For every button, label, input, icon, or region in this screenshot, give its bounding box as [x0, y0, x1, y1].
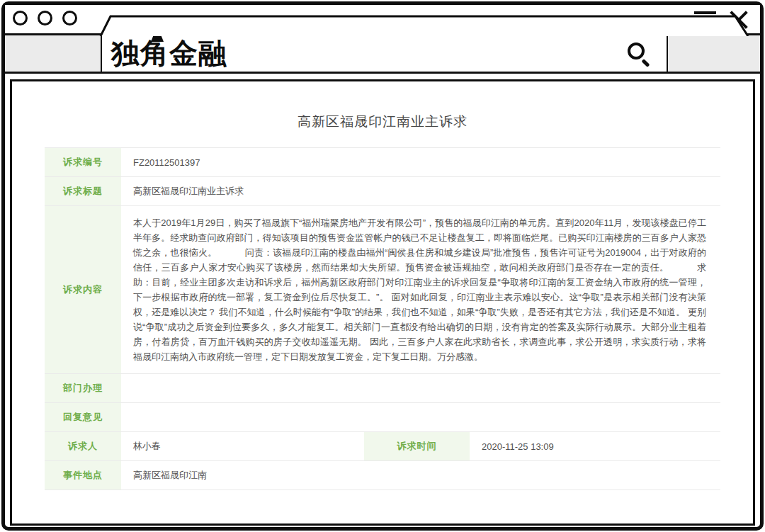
browser-tab[interactable]: 独角金融 — [101, 35, 668, 72]
site-logo[interactable]: 独角金融 — [111, 38, 227, 69]
row-label: 诉求时间 — [362, 432, 472, 460]
tab-outline — [99, 15, 752, 36]
table-row-complainant-time: 诉求人 林小春 诉求时间 2020-11-25 13:09 — [45, 432, 720, 461]
search-icon[interactable] — [627, 42, 651, 66]
table-row-reply-opinion: 回复意见 — [45, 403, 720, 432]
table-row-complaint-number: 诉求编号 FZ20112501397 — [45, 148, 720, 177]
page-title: 高新区福晟印江南业主诉求 — [12, 113, 753, 131]
complaint-table: 诉求编号 FZ20112501397 诉求标题 高新区福晟印江南业主诉求 诉求内… — [45, 147, 720, 490]
row-label: 部门办理 — [45, 374, 123, 402]
row-label: 诉求人 — [45, 432, 123, 460]
window-dot-1[interactable] — [13, 11, 28, 26]
complainant-value: 林小春 — [123, 432, 362, 460]
row-label: 事件地点 — [45, 461, 123, 489]
browser-window: 独角金融 高新区福晟印江南业主诉求 诉求编号 FZ20112501397 诉求标… — [1, 1, 764, 531]
logo-bar: 独角金融 — [5, 35, 760, 74]
event-location-value: 高新区福晟印江南 — [123, 461, 720, 489]
complaint-title-value: 高新区福晟印江南业主诉求 — [123, 177, 720, 205]
window-controls — [13, 11, 77, 26]
window-dot-2[interactable] — [38, 11, 52, 26]
department-handling-value — [123, 374, 720, 402]
table-row-complaint-content: 诉求内容 本人于2019年1月29日，购买了福晟旗下“福州瑞聚房地产开发有限公司… — [45, 206, 720, 374]
table-row-event-location: 事件地点 高新区福晟印江南 — [45, 461, 720, 490]
complaint-number-value: FZ20112501397 — [123, 148, 720, 176]
reply-opinion-value — [123, 403, 720, 431]
page-content: 高新区福晟印江南业主诉求 诉求编号 FZ20112501397 诉求标题 高新区… — [10, 79, 755, 526]
row-label: 回复意见 — [45, 403, 123, 431]
table-row-complaint-title: 诉求标题 高新区福晟印江南业主诉求 — [45, 177, 720, 206]
row-label: 诉求标题 — [45, 177, 123, 205]
complaint-time-value: 2020-11-25 13:09 — [472, 432, 720, 460]
complaint-content-value: 本人于2019年1月29日，购买了福晟旗下“福州瑞聚房地产开发有限公司”，预售的… — [123, 206, 720, 373]
logo-text: 独角金融 — [111, 38, 227, 69]
window-dot-3[interactable] — [62, 11, 77, 26]
row-label: 诉求内容 — [45, 206, 123, 373]
table-row-department-handling: 部门办理 — [45, 374, 720, 403]
row-label: 诉求编号 — [45, 148, 123, 176]
